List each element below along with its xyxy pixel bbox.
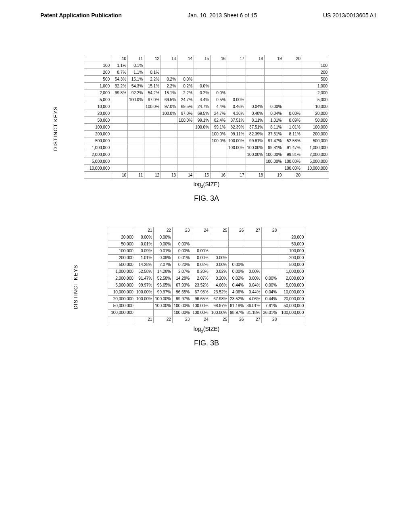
data-cell: 23.52%: [229, 295, 245, 302]
data-cell: 0.44%: [262, 295, 278, 302]
data-cell: 1.1%: [128, 69, 144, 76]
data-cell: [144, 131, 161, 137]
data-cell: [111, 117, 128, 124]
data-cell: 100.00%: [191, 302, 210, 309]
data-cell: [245, 261, 262, 268]
data-cell: [283, 96, 302, 103]
data-cell: 100.0%: [161, 110, 177, 117]
data-cell: 0.00%: [210, 254, 228, 261]
col-footer: 21: [135, 316, 153, 323]
data-cell: [283, 83, 302, 89]
data-cell: 100.00%: [135, 289, 153, 295]
data-cell: [245, 247, 262, 254]
col-header: 10: [111, 55, 128, 62]
row-key: 5,000: [84, 96, 111, 103]
data-cell: [128, 110, 144, 117]
data-cell: 69.5%: [161, 96, 177, 103]
data-cell: [229, 254, 245, 261]
col-header: 23: [172, 227, 191, 234]
data-cell: 52.58%: [283, 137, 302, 144]
data-cell: [262, 234, 278, 241]
data-cell: 2.07%: [172, 268, 191, 275]
data-cell: [262, 247, 278, 254]
row-key-right: 20,000: [278, 234, 305, 241]
data-cell: 15.1%: [144, 83, 161, 89]
data-cell: [128, 165, 144, 172]
data-cell: 23.52%: [210, 289, 228, 295]
row-key: 50,000,000: [108, 302, 135, 309]
fig-b-xlabel: log2(SIZE): [65, 326, 348, 333]
row-key: 20,000,000: [108, 295, 135, 302]
data-cell: 4.06%: [229, 289, 245, 295]
col-header: 17: [227, 55, 246, 62]
data-cell: [161, 131, 177, 137]
col-header: 24: [191, 227, 210, 234]
data-cell: [211, 69, 227, 76]
data-cell: [161, 158, 177, 165]
data-cell: 54.2%: [144, 89, 161, 96]
col-header: 18: [246, 55, 264, 62]
data-cell: 100.0%: [211, 137, 227, 144]
row-key: 100,000: [108, 247, 135, 254]
data-cell: [177, 137, 194, 144]
data-cell: [128, 137, 144, 144]
row-key-right: 1,000,000: [278, 268, 305, 275]
data-cell: 0.02%: [210, 268, 228, 275]
data-cell: [211, 62, 227, 69]
row-key-right: 500,000: [302, 137, 329, 144]
data-cell: [211, 76, 227, 83]
col-footer: 20: [283, 172, 302, 179]
col-header: 13: [161, 55, 177, 62]
data-cell: [161, 137, 177, 144]
data-cell: 0.00%: [229, 261, 245, 268]
data-cell: [227, 89, 246, 96]
row-key: 10,000,000: [84, 165, 111, 172]
row-key-right: 5,000: [302, 96, 329, 103]
data-cell: 0.00%: [262, 275, 278, 282]
col-header: 14: [177, 55, 194, 62]
data-cell: 99.97%: [172, 295, 191, 302]
data-cell: 82.39%: [246, 131, 264, 137]
row-key-right: 50,000: [278, 241, 305, 247]
row-key: 10,000: [84, 103, 111, 110]
data-cell: 8.11%: [265, 124, 283, 131]
data-cell: 36.01%: [245, 302, 262, 309]
col-header: 19: [265, 55, 283, 62]
data-cell: [161, 62, 177, 69]
data-cell: [194, 62, 211, 69]
data-cell: [111, 103, 128, 110]
data-cell: 23.52%: [191, 282, 210, 289]
row-key-right: 50,000,000: [278, 302, 305, 309]
row-key-right: 5,000,000: [302, 158, 329, 165]
data-cell: [194, 165, 211, 172]
fig-a-ylabel: DISTINCT KEYS: [52, 106, 58, 151]
fig-b-table: 212223242526272820,0000.00%0.00%20,00050…: [108, 227, 305, 323]
col-header: 25: [210, 227, 228, 234]
data-cell: 0.01%: [172, 254, 191, 261]
data-cell: 91.47%: [283, 144, 302, 151]
data-cell: [144, 137, 161, 144]
data-cell: 0.0%: [177, 76, 194, 83]
data-cell: 100.00%: [210, 309, 228, 316]
data-cell: [283, 62, 302, 69]
data-cell: 99.11%: [227, 131, 246, 137]
data-cell: 0.2%: [177, 83, 194, 89]
data-cell: 96.65%: [154, 282, 172, 289]
data-cell: 0.02%: [229, 275, 245, 282]
data-cell: 67.93%: [172, 282, 191, 289]
data-cell: [246, 158, 264, 165]
data-cell: [161, 69, 177, 76]
data-cell: [229, 234, 245, 241]
data-cell: 14.28%: [154, 268, 172, 275]
data-cell: [111, 96, 128, 103]
data-cell: [283, 89, 302, 96]
row-key-right: 10,000: [302, 103, 329, 110]
data-cell: 100.00%: [172, 302, 191, 309]
data-cell: [144, 165, 161, 172]
data-cell: 2.07%: [191, 275, 210, 282]
data-cell: 99.97%: [154, 289, 172, 295]
data-cell: 0.00%: [262, 282, 278, 289]
col-header: 20: [283, 55, 302, 62]
data-cell: [194, 158, 211, 165]
row-key: 10,000,000: [108, 289, 135, 295]
